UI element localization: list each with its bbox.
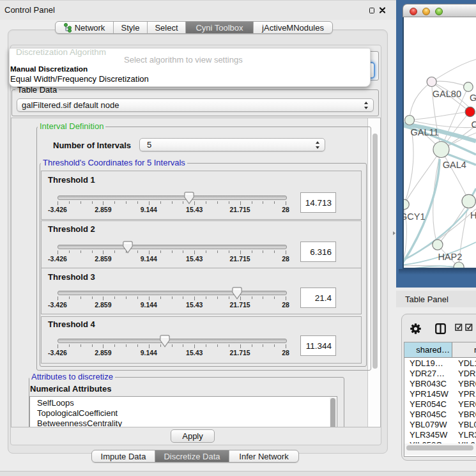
svg-text:GAL11: GAL11: [411, 127, 439, 137]
svg-text:H: H: [470, 210, 476, 220]
svg-text:GCY1: GCY1: [404, 211, 426, 222]
svg-text:C: C: [471, 119, 476, 130]
svg-text:GAL4: GAL4: [443, 160, 466, 170]
svg-text:GA: GA: [470, 93, 476, 103]
svg-text:GAL80: GAL80: [433, 89, 461, 99]
svg-text:HAP2: HAP2: [438, 252, 462, 262]
